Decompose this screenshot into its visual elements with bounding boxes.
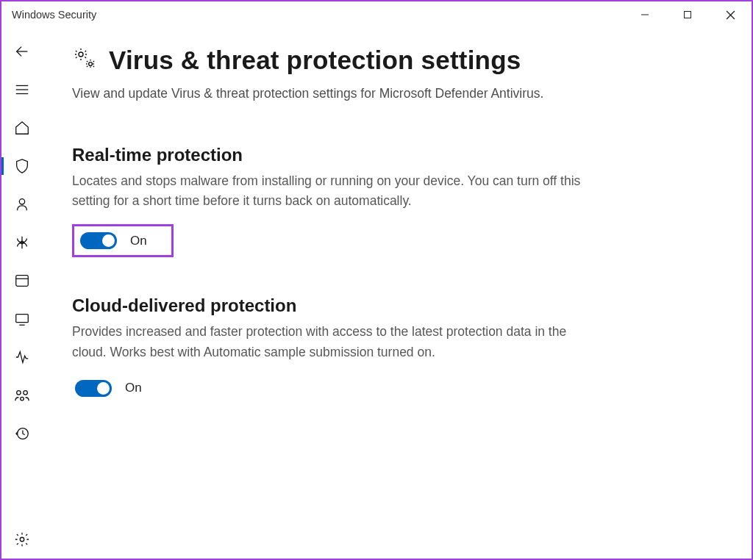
svg-point-21 [79,52,83,57]
back-button[interactable] [1,32,43,71]
real-time-protection-toggle[interactable] [80,232,117,249]
sidebar-item-app-browser[interactable] [1,262,43,300]
toggle-label: On [125,381,142,395]
svg-rect-14 [16,315,29,323]
toggle-row-real-time: On [72,224,174,257]
section-description: Provides increased and faster protection… [72,322,587,362]
section-title: Real-time protection [72,145,700,165]
page-title: Virus & threat protection settings [109,46,521,75]
main-content: Virus & threat protection settings View … [43,28,752,559]
sidebar-item-protection-history[interactable] [1,414,43,453]
svg-point-22 [89,62,93,66]
window-title: Windows Security [12,9,624,21]
close-button[interactable] [709,1,752,28]
toggle-label: On [130,234,147,248]
svg-point-16 [17,391,21,395]
svg-point-8 [19,199,24,204]
sidebar-item-device-security[interactable] [1,300,43,338]
sidebar-item-account-protection[interactable] [1,185,43,223]
minimize-button[interactable] [624,1,666,28]
sidebar [1,28,43,559]
section-cloud-delivered-protection: Cloud-delivered protection Provides incr… [72,295,700,401]
window-controls [624,1,752,28]
sidebar-item-firewall[interactable] [1,223,43,262]
toggle-row-cloud: On [72,376,700,401]
sidebar-item-device-performance[interactable] [1,338,43,376]
sidebar-item-virus-protection[interactable] [1,147,43,185]
cloud-delivered-protection-toggle[interactable] [75,380,112,397]
gears-icon [72,46,99,75]
sidebar-item-settings[interactable] [1,520,43,559]
maximize-button[interactable] [666,1,709,28]
section-title: Cloud-delivered protection [72,295,700,316]
svg-point-20 [20,537,24,542]
svg-rect-12 [16,276,29,287]
title-bar: Windows Security [1,1,752,28]
page-description: View and update Virus & threat protectio… [72,84,587,104]
svg-point-17 [24,391,28,395]
section-real-time-protection: Real-time protection Locates and stops m… [72,145,700,257]
sidebar-item-family-options[interactable] [1,376,43,414]
svg-point-18 [21,397,24,401]
sidebar-item-home[interactable] [1,109,43,147]
svg-rect-1 [685,12,691,18]
section-description: Locates and stops malware from installin… [72,171,587,211]
menu-button[interactable] [1,71,43,109]
